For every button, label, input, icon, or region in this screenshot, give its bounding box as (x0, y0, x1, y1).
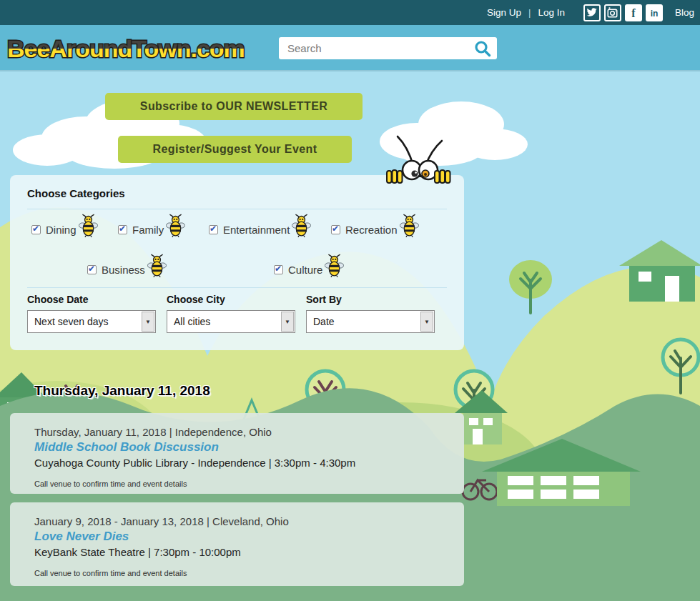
twitter-icon[interactable] (583, 4, 601, 21)
business-checkbox[interactable] (87, 265, 97, 274)
event-venue-time: Cuyahoga County Public Library - Indepen… (34, 455, 450, 470)
svg-text:f: f (631, 7, 636, 19)
divider (27, 287, 447, 288)
event-title-link[interactable]: Love Never Dies (34, 529, 129, 545)
date-select[interactable]: Next seven days ▼ (27, 310, 156, 333)
dining-label: Dining (46, 224, 77, 236)
business-label: Business (102, 264, 145, 276)
event-when-where: January 9, 2018 - January 13, 2018 | Cle… (34, 514, 450, 529)
event-note: Call venue to confirm time and event det… (34, 569, 450, 577)
subscribe-newsletter-button[interactable]: Subscribe to OUR NEWSLETTER (105, 93, 363, 120)
culture-label: Culture (288, 264, 322, 276)
event-when-where: Thursday, January 11, 2018 | Independenc… (34, 424, 450, 439)
event-note: Call venue to confirm time and event det… (34, 480, 450, 488)
sort-by-label: Sort By (306, 294, 342, 305)
sort-select[interactable]: Date ▼ (306, 310, 435, 333)
event-card: Thursday, January 11, 2018 | Independenc… (10, 413, 464, 494)
filter-panel: Choose Categories Dining Family Entertai… (10, 175, 464, 350)
chevron-down-icon[interactable]: ▼ (420, 312, 433, 332)
svg-text:BeeAroundTown.com: BeeAroundTown.com (7, 35, 245, 62)
svg-text:in: in (651, 9, 659, 19)
facebook-icon[interactable]: f (625, 4, 642, 21)
culture-bee-icon (325, 254, 344, 277)
site-logo[interactable]: BeeAroundTown.com (6, 31, 252, 65)
event-title-link[interactable]: Middle School Book Discussion (34, 439, 219, 455)
chevron-down-icon[interactable]: ▼ (281, 312, 294, 332)
instagram-icon[interactable] (604, 4, 621, 21)
recreation-label: Recreation (345, 224, 398, 236)
culture-checkbox[interactable] (274, 265, 283, 274)
chevron-down-icon[interactable]: ▼ (142, 312, 154, 332)
event-venue-time: KeyBank State Theatre | 7:30pm - 10:00pm (34, 545, 450, 560)
dining-checkbox[interactable] (31, 225, 41, 234)
categories-title: Choose Categories (27, 187, 125, 199)
linkedin-icon[interactable]: in (646, 4, 663, 21)
bee-right-fist (435, 170, 450, 183)
business-bee-icon (147, 254, 167, 277)
entertainment-checkbox[interactable] (209, 225, 218, 234)
recreation-bee-icon (400, 214, 419, 237)
dining-bee-icon (79, 214, 98, 237)
sort-select-value: Date (307, 316, 420, 327)
recreation-checkbox[interactable] (331, 225, 340, 234)
search-box (279, 37, 497, 59)
date-heading: Thursday, January 11, 2018 (34, 383, 210, 399)
category-entertainment[interactable]: Entertainment (209, 218, 311, 242)
city-select[interactable]: All cities ▼ (167, 310, 295, 333)
search-icon[interactable] (474, 40, 491, 57)
blog-link[interactable]: Blog (675, 7, 694, 18)
entertainment-label: Entertainment (223, 224, 290, 236)
category-recreation[interactable]: Recreation (331, 218, 419, 242)
search-input[interactable] (287, 42, 474, 54)
bee-mascot-icon (383, 130, 472, 184)
date-select-value: Next seven days (28, 316, 142, 327)
topbar: Sign Up | Log In f in Blog (0, 0, 700, 25)
family-label: Family (132, 224, 164, 236)
family-checkbox[interactable] (118, 225, 127, 234)
topbar-separator: | (528, 7, 531, 18)
sign-up-link[interactable]: Sign Up (487, 7, 521, 18)
divider (27, 209, 447, 209)
bee-left-fist (387, 170, 403, 183)
choose-city-label: Choose City (167, 294, 225, 305)
log-in-link[interactable]: Log In (538, 7, 565, 18)
category-family[interactable]: Family (118, 218, 185, 242)
event-card: January 9, 2018 - January 13, 2018 | Cle… (10, 502, 464, 586)
entertainment-bee-icon (292, 214, 311, 237)
category-culture[interactable]: Culture (274, 258, 344, 282)
family-bee-icon (166, 214, 185, 237)
choose-date-label: Choose Date (27, 294, 89, 305)
city-select-value: All cities (167, 316, 281, 327)
category-dining[interactable]: Dining (31, 218, 98, 242)
page: Sign Up | Log In f in Blog (0, 0, 700, 601)
category-business[interactable]: Business (87, 258, 167, 282)
register-event-button[interactable]: Register/Suggest Your Event (118, 136, 352, 163)
site-header: BeeAroundTown.com (0, 25, 700, 70)
